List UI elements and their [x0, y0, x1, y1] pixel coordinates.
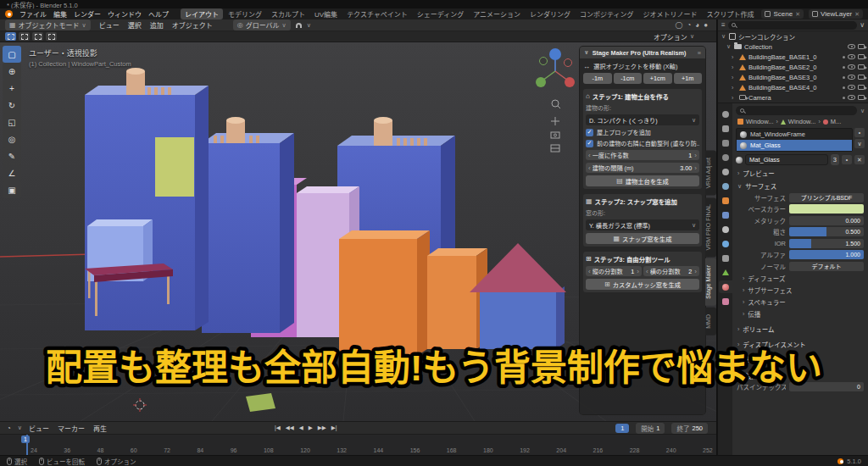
current-frame-field[interactable]: 1 [615, 424, 629, 433]
generate-custom-sash-button[interactable]: ⊞ カスタムサッシ窓を生成 [586, 279, 699, 290]
viewport-menu[interactable]: ビュー [96, 20, 123, 30]
mode-dropdown[interactable]: ▦ オブジェクトモード ∨ [5, 19, 91, 31]
surface-shader-dropdown[interactable]: プリンシプルBSDF [789, 193, 864, 202]
playback-button[interactable]: ◀ [299, 424, 303, 431]
eye-icon[interactable] [848, 64, 855, 69]
stepper-right-icon[interactable]: › [694, 268, 697, 275]
camera-visibility-icon[interactable] [858, 95, 865, 100]
shading-mode-icon[interactable]: ● [704, 21, 708, 29]
shading-mode-icon[interactable]: ◯ [676, 21, 683, 29]
eye-icon[interactable] [848, 75, 855, 80]
tool-button[interactable]: ∠ [3, 164, 21, 181]
outliner-camera-row[interactable]: › Camera [718, 92, 868, 103]
generate-window-button[interactable]: ▦ スナップ窓を生成 [586, 233, 699, 244]
move-step-button[interactable]: -1m [583, 73, 612, 84]
stepper-right-icon[interactable]: › [694, 152, 697, 159]
scene-tab-icon[interactable] [719, 165, 732, 178]
chevron-right-icon[interactable]: › [732, 54, 737, 60]
world-tab-icon[interactable] [719, 180, 732, 192]
menubar-menu[interactable]: 編集 [50, 9, 70, 19]
properties-panel-header[interactable]: › ボリューム [737, 325, 863, 334]
camera-visibility-icon[interactable] [858, 44, 865, 49]
chevron-right-icon[interactable]: › [732, 95, 737, 101]
outliner-object-row[interactable]: › BuildingBase_BASE4_0 [718, 82, 868, 92]
frame-start-field[interactable]: 開始 1 [636, 423, 665, 434]
chevron-down-icon[interactable]: ∨ [307, 22, 311, 29]
building-blue-middle[interactable] [202, 117, 294, 333]
eye-icon[interactable] [848, 44, 855, 49]
workspace-tab[interactable]: コンポジティング [576, 8, 638, 19]
shading-mode-icon[interactable]: ◔ [687, 21, 691, 29]
stepper-left-icon[interactable]: ‹ [588, 268, 591, 275]
stepper-right-icon[interactable]: › [637, 268, 639, 275]
snap-magnet-icon[interactable] [296, 23, 302, 28]
building-orange-large[interactable] [339, 230, 430, 356]
properties-panel-header[interactable]: › 厚さ [737, 355, 863, 364]
workspace-tab[interactable]: アニメーション [469, 8, 525, 19]
sidebar-tab[interactable]: VRM Adjust [705, 151, 716, 196]
playback-button[interactable]: ▶| [331, 424, 337, 431]
horizontal-divisions-field[interactable]: ‹ 横の分割数 2 › [643, 266, 699, 276]
remove-slot-button[interactable]: ∨ [854, 139, 865, 148]
workspace-tab[interactable]: レイアウト [181, 8, 223, 19]
chevron-down-icon[interactable]: ∨ [726, 43, 732, 50]
tool-tab-icon[interactable] [719, 108, 732, 120]
tool-button[interactable]: ✎ [3, 147, 21, 164]
scene-selector[interactable]: Scene ✕ [761, 9, 804, 19]
tool-button[interactable]: ◱ [3, 114, 21, 130]
stepper-right-icon[interactable]: › [694, 164, 697, 172]
stepper-left-icon[interactable]: ‹ [588, 152, 591, 159]
close-icon[interactable]: ✕ [795, 11, 800, 18]
outliner-collection-row[interactable]: ∨ Collection [718, 42, 868, 52]
stepper-left-icon[interactable]: ‹ [646, 268, 648, 275]
generate-base-button[interactable]: ▤ 建物土台を生成 [586, 175, 699, 186]
select-mode-intersect-button[interactable] [46, 32, 57, 41]
users-count-badge[interactable]: 3 [831, 154, 839, 165]
metallic-slider[interactable]: 0.000 [789, 216, 864, 225]
playhead-frame-badge[interactable]: 1 [21, 435, 30, 443]
camera-visibility-icon[interactable] [858, 54, 865, 59]
shading-mode-icon[interactable]: ◕ [695, 21, 699, 29]
move-step-button[interactable]: -1cm [614, 73, 643, 84]
close-icon[interactable]: ✕ [854, 11, 860, 18]
viewport-menu[interactable]: 追加 [147, 20, 167, 30]
timeline-menu[interactable]: 再生 [93, 424, 107, 433]
object-tab-icon[interactable] [719, 194, 732, 207]
material-slot[interactable]: Mat_WindowFrame [737, 129, 852, 140]
menubar-menu[interactable]: ウィンドウ [104, 9, 145, 19]
roughness-slider[interactable]: 0.500 [789, 227, 864, 236]
surface-subsection-header[interactable]: › ディフューズ [743, 274, 863, 283]
constraints-tab-icon[interactable] [719, 252, 732, 264]
workspace-tab[interactable]: モデリング [224, 8, 266, 19]
rooftop-prop-checkbox[interactable]: ✓ 屋上プロップを追加 [586, 128, 699, 136]
fake-user-shield-icon[interactable]: • [842, 155, 852, 164]
filter-icon[interactable]: ∨ [860, 21, 865, 29]
tool-button[interactable]: ⊕ [3, 63, 21, 80]
viewlayer-selector[interactable]: ViewLayer ✕ [809, 9, 863, 19]
workspace-tab[interactable]: テクスチャペイント [342, 8, 412, 19]
building-blue-left[interactable] [85, 68, 209, 330]
outliner-object-row[interactable]: › BuildingBase_BASE3_0 [718, 72, 868, 82]
alpha-slider[interactable]: 1.000 [789, 250, 864, 259]
timeline-menu[interactable]: ビュー [29, 424, 49, 433]
editor-menu-icon[interactable]: ≡ [721, 21, 726, 29]
menubar-menu[interactable]: レンダー [70, 9, 104, 19]
filter-icon[interactable]: ∨ [860, 108, 865, 114]
menubar-menu[interactable]: ヘルプ [145, 9, 172, 19]
tool-button[interactable]: ▣ [3, 181, 21, 198]
tool-button[interactable]: ▢ [3, 46, 21, 63]
chevron-down-icon[interactable]: ∨ [721, 33, 726, 40]
frame-end-field[interactable]: 終了 250 [671, 423, 708, 434]
build-count-field[interactable]: ‹ 一度に作る数 1 › [586, 150, 699, 160]
workspace-tab[interactable]: スカルプト [267, 8, 309, 19]
workspace-tab[interactable]: UV編集 [310, 8, 342, 19]
panel-header[interactable]: ∨ Stage Maker Pro (Ultra Realism) ≡ [580, 47, 705, 58]
move-step-button[interactable]: +1m [674, 73, 703, 84]
clock-icon[interactable]: ◔ [7, 424, 11, 432]
eye-icon[interactable] [848, 54, 855, 59]
building-shape-dropdown[interactable]: D. コンパクト (くっきり) ∨ [586, 114, 699, 125]
data-tab-icon[interactable] [719, 266, 732, 279]
select-dot-icon[interactable] [843, 86, 845, 89]
timeline-menu[interactable]: マーカー [58, 424, 85, 433]
camera-visibility-icon[interactable] [858, 75, 865, 80]
